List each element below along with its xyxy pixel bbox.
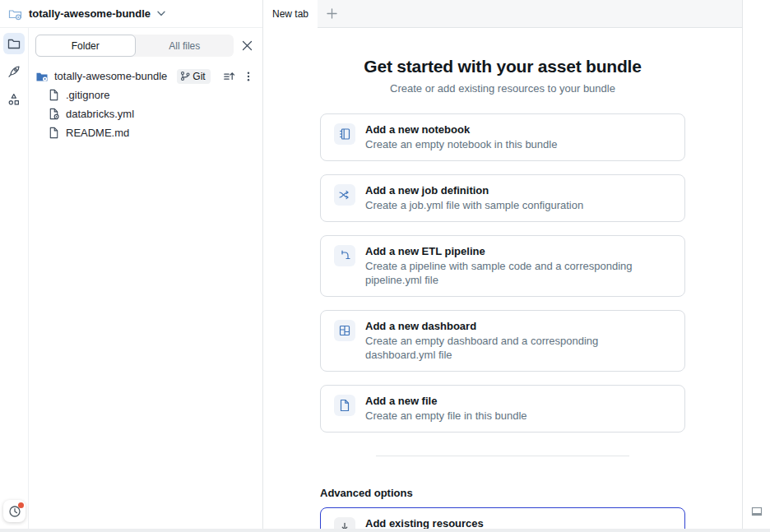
add-dashboard-card[interactable]: Add a new dashboard Create an empty dash… (320, 310, 685, 372)
page-subtitle: Create or add existing resources to your… (390, 82, 615, 95)
file-browser-body: Folder All files (0, 28, 262, 529)
advanced-options-label: Advanced options (320, 487, 685, 499)
job-workflow-icon (334, 184, 355, 206)
history-button[interactable] (3, 500, 26, 522)
sort-button[interactable] (221, 69, 236, 84)
bundle-folder-gear-icon (8, 7, 22, 21)
bundle-header[interactable]: totally-awesome-bundle (0, 0, 262, 28)
card-description: Create an empty dashboard and a correspo… (365, 334, 671, 362)
add-pipeline-card[interactable]: Add a new ETL pipeline Create a pipeline… (320, 235, 685, 297)
chevron-down-icon[interactable] (157, 11, 165, 16)
file-browser-panel: totally-awesome-bundle (0, 0, 263, 529)
folder-icon (7, 36, 21, 51)
pipeline-icon (334, 245, 355, 266)
tree-row-file[interactable]: README.md (35, 123, 256, 142)
file-icon (48, 89, 60, 101)
tab-new-tab[interactable]: New tab (263, 0, 318, 28)
get-started-content: Get started with your asset bundle Creat… (263, 28, 742, 532)
file-name: README.md (66, 127, 129, 139)
sort-ascending-icon (223, 70, 235, 82)
add-notebook-card[interactable]: Add a new notebook Create an empty noteb… (320, 113, 685, 161)
toggle-all-files[interactable]: All files (136, 35, 234, 57)
rocket-icon (7, 64, 21, 79)
card-description: Create a pipeline with sample code and a… (365, 259, 671, 287)
kebab-menu-icon (243, 71, 254, 82)
bottom-panel-icon (750, 505, 763, 518)
close-icon (242, 40, 253, 51)
history-clock-icon (7, 504, 22, 519)
file-tree: totally-awesome-bundle Git (35, 67, 256, 142)
sidebar-item-resources[interactable] (3, 89, 25, 110)
plus-icon (327, 8, 337, 19)
right-icon-rail (742, 0, 770, 529)
close-panel-button[interactable] (238, 37, 256, 55)
file-blue-icon (334, 395, 355, 416)
bundle-folder-icon (35, 70, 49, 83)
dashboard-icon (334, 320, 355, 341)
tree-row-root[interactable]: totally-awesome-bundle Git (35, 67, 256, 86)
card-text: Add a new notebook Create an empty noteb… (365, 123, 557, 151)
action-card-list: Add a new notebook Create an empty noteb… (320, 113, 685, 433)
notebook-icon (334, 123, 355, 145)
root-folder-name: totally-awesome-bundle (54, 70, 167, 82)
add-file-card[interactable]: Add a new file Create an empty file in t… (320, 385, 685, 433)
browser-view-toggle: Folder All files (35, 35, 234, 57)
card-title: Add a new dashboard (365, 320, 671, 333)
section-divider (376, 456, 629, 456)
card-title: Add a new job definition (365, 184, 583, 197)
card-text: Add a new ETL pipeline Create a pipeline… (365, 245, 671, 287)
tab-bar: New tab (263, 0, 742, 28)
git-branch-icon (180, 71, 190, 81)
asset-bundle-editor-window: totally-awesome-bundle (0, 0, 770, 532)
card-description: Create a job.yml file with sample config… (365, 198, 583, 212)
file-gear-icon (48, 108, 60, 120)
card-text: Add a new job definition Create a job.ym… (365, 184, 583, 212)
file-tree-area: Folder All files (29, 28, 262, 529)
file-name: databricks.yml (66, 108, 134, 120)
editor-main-area: New tab Get started with your asset bund… (263, 0, 742, 529)
toggle-folder[interactable]: Folder (35, 35, 136, 57)
sidebar-item-deploy[interactable] (3, 61, 25, 82)
bottom-panel-toggle-button[interactable] (749, 504, 764, 519)
page-title: Get started with your asset bundle (364, 57, 641, 76)
card-title: Add a new file (365, 395, 527, 408)
resources-graph-icon (7, 92, 21, 107)
card-title: Add a new ETL pipeline (365, 245, 671, 258)
file-icon (48, 127, 60, 139)
card-description: Create an empty notebook in this bundle (365, 137, 557, 151)
tree-menu-button[interactable] (241, 69, 256, 84)
bottom-edge-strip (0, 529, 770, 532)
tree-row-file[interactable]: .gitignore (35, 86, 256, 104)
tree-row-file[interactable]: databricks.yml (35, 104, 256, 123)
advanced-options-section: Advanced options Add existing resources … (320, 487, 685, 532)
git-badge[interactable]: Git (177, 69, 210, 84)
left-icon-rail (0, 28, 29, 529)
card-description: Create an empty file in this bundle (365, 409, 527, 423)
file-name: .gitignore (66, 89, 109, 101)
notification-dot (18, 502, 24, 508)
add-tab-button[interactable] (318, 0, 346, 27)
git-badge-label: Git (192, 71, 205, 82)
card-text: Add a new dashboard Create an empty dash… (365, 320, 671, 362)
bundle-title: totally-awesome-bundle (29, 7, 151, 20)
add-job-card[interactable]: Add a new job definition Create a job.ym… (320, 174, 685, 222)
sidebar-item-folder[interactable] (3, 33, 25, 54)
card-text: Add a new file Create an empty file in t… (365, 395, 527, 423)
card-title: Add a new notebook (365, 123, 557, 136)
